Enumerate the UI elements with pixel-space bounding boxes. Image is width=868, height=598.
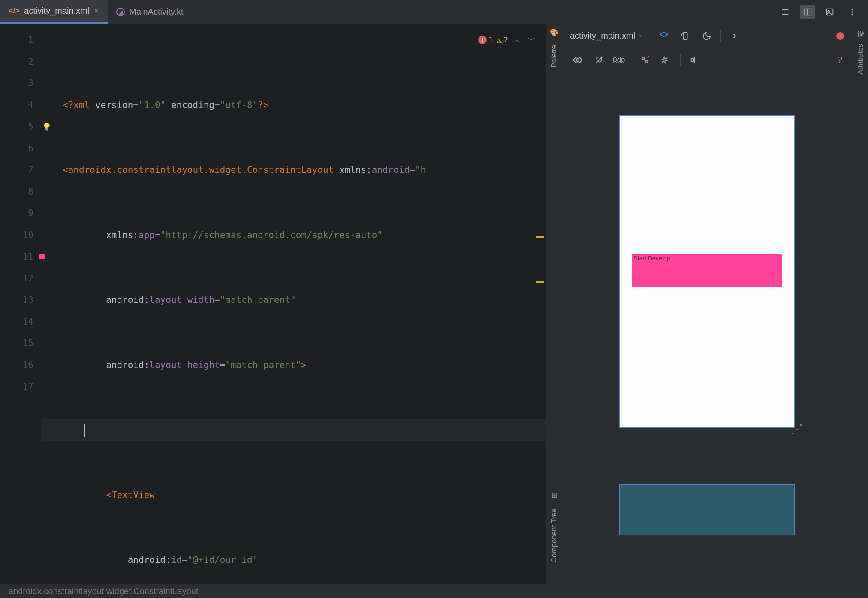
line-number[interactable]: 12 [0,268,41,290]
divider [680,54,681,66]
line-number[interactable]: 2 [0,51,41,73]
view-mode-toolbar [778,5,868,19]
error-indicator-icon[interactable] [836,32,844,40]
kotlin-file-icon: ◢ [116,8,125,16]
line-number[interactable]: 15 [0,332,41,354]
attributes-sidebar: Attributes [853,24,868,584]
divider [720,30,721,42]
orientation-icon[interactable] [678,28,693,44]
code-line: <?xml version="1.0" encoding="utf-8"?> [41,94,546,116]
line-number[interactable]: 14 [0,311,41,333]
line-number[interactable]: 6 [0,138,41,160]
text-cursor [84,424,85,437]
code-text-area[interactable]: !1 ⚠2 ︿ ﹀ <?xml version="1.0" encoding="… [41,24,546,584]
code-view-icon[interactable] [778,5,793,19]
design-preview-frame[interactable]: Start Develop ⋰ [619,115,795,428]
divider [631,54,631,66]
blueprint-preview-frame[interactable] [619,484,795,535]
line-number[interactable]: 1 [0,29,41,51]
breadcrumb-text[interactable]: androidx.constraintlayout.widget.Constra… [9,586,198,596]
layout-editor-pane: 🎨 Palette ⊞ Component Tree activity_main… [546,24,868,584]
palette-icon: 🎨 [550,28,558,36]
svg-point-8 [851,11,853,13]
component-tree-icon: ⊞ [552,491,557,500]
breadcrumb-bar: androidx.constraintlayout.widget.Constra… [0,584,868,598]
resize-handle-icon[interactable]: ⋰ [791,422,803,436]
svg-rect-10 [684,32,687,39]
warning-count: 2 [503,29,508,51]
warning-icon: ⚠ [497,29,502,51]
svg-point-25 [860,35,861,36]
help-icon[interactable]: ? [837,54,842,66]
night-mode-icon[interactable] [699,28,714,44]
guidelines-icon[interactable] [687,52,702,68]
error-icon: ! [478,36,487,44]
svg-point-26 [862,33,863,34]
code-line: <TextView [41,484,546,506]
line-number[interactable]: 3 [0,72,41,94]
line-number[interactable]: 5💡 [0,116,41,138]
sliders-icon [857,30,865,39]
code-line: xmlns:app="http://schemas.android.com/ap… [41,224,546,246]
line-number[interactable]: 10 [0,224,41,246]
design-toolbar-primary: activity_main.xml [561,24,853,48]
line-number[interactable]: 8 [0,181,41,203]
design-toolbar-secondary: 0dp ? [561,48,853,72]
line-number[interactable]: 13 [0,289,41,311]
main-area: 1 2 3 4 5💡 6 7 8 9 10 11 12 13 14 15 16 … [0,24,868,584]
svg-line-17 [645,59,646,61]
palette-label[interactable]: Palette [550,41,558,72]
magnet-icon[interactable] [591,52,607,68]
next-problem-icon[interactable]: ﹀ [526,29,537,51]
clear-constraints-icon[interactable] [637,52,653,68]
overflow-icon[interactable] [727,28,742,44]
infer-constraints-icon[interactable] [659,52,674,68]
line-number[interactable]: 11 [0,246,41,268]
tab-bar: </> activity_main.xml ✕ ◢ MainActivity.k… [0,0,868,24]
line-number[interactable]: 7 [0,159,41,181]
svg-rect-20 [691,58,694,61]
editor-tabs: </> activity_main.xml ✕ ◢ MainActivity.k… [0,0,192,24]
preview-textview[interactable]: Start Develop [632,254,782,287]
more-options-icon[interactable] [845,5,859,19]
design-surface-icon[interactable] [656,28,672,44]
code-line: android:id="@+id/our_id" [41,549,546,571]
code-editor-pane: 1 2 3 4 5💡 6 7 8 9 10 11 12 13 14 15 16 … [0,24,546,584]
warning-marker[interactable] [536,236,544,238]
close-icon[interactable]: ✕ [93,7,99,15]
tab-mainactivity-kt[interactable]: ◢ MainActivity.kt [108,0,192,24]
line-number[interactable]: 16 [0,354,41,376]
problems-indicator[interactable]: !1 ⚠2 ︿ ﹀ [478,29,537,51]
line-number[interactable]: 4 [0,94,41,116]
design-surface-container: activity_main.xml [561,24,853,584]
xml-file-icon: </> [9,6,20,15]
svg-line-18 [648,56,649,57]
chevron-down-icon [638,33,644,39]
line-number-gutter: 1 2 3 4 5💡 6 7 8 9 10 11 12 13 14 15 16 … [0,24,41,584]
code-line: android:layout_height="match_parent"> [41,354,546,376]
svg-point-24 [858,32,859,33]
palette-sidebar: 🎨 Palette ⊞ Component Tree [546,24,561,584]
split-view-icon[interactable] [800,5,815,19]
tab-label: MainActivity.kt [129,7,183,17]
design-canvas[interactable]: Start Develop ⋰ [561,72,853,584]
divider [650,30,650,42]
line-number[interactable]: 17 [0,376,41,398]
tab-label: activity_main.xml [24,6,89,16]
code-line [41,419,546,441]
svg-point-7 [851,8,853,10]
svg-point-9 [851,14,853,15]
error-count: 1 [488,29,493,51]
warning-marker[interactable] [536,281,544,283]
design-filename-dropdown[interactable]: activity_main.xml [570,31,644,41]
component-tree-label[interactable]: Component Tree [550,504,558,567]
svg-point-6 [828,10,829,12]
line-number[interactable]: 9 [0,202,41,224]
attributes-label[interactable]: Attributes [856,39,865,79]
marker-strip[interactable] [538,24,544,584]
tab-activity-main-xml[interactable]: </> activity_main.xml ✕ [0,0,108,24]
design-view-icon[interactable] [823,5,837,19]
default-margin-label[interactable]: 0dp [613,56,625,64]
code-line: <androidx.constraintlayout.widget.Constr… [41,159,546,181]
prev-problem-icon[interactable]: ︿ [512,29,523,51]
